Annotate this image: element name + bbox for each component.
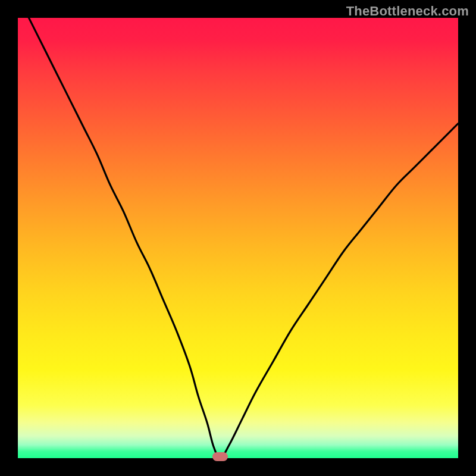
chart-frame: TheBottleneck.com	[0, 0, 476, 476]
plot-area	[18, 18, 458, 458]
minimum-marker	[212, 452, 228, 461]
bottleneck-curve	[18, 18, 458, 458]
watermark-text: TheBottleneck.com	[346, 4, 469, 19]
